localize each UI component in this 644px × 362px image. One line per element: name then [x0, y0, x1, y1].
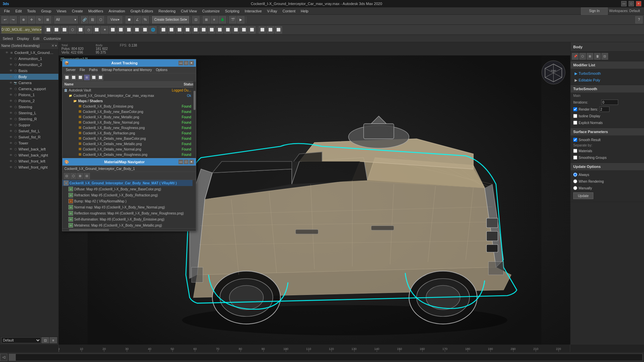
sel-customize[interactable]: Customize	[44, 37, 61, 41]
layer-btn1[interactable]: ⊡	[42, 337, 49, 343]
tb2-btn3[interactable]: ⬜	[61, 26, 68, 34]
material-navigator-titlebar[interactable]: 🎨 Material/Map Navigator — □ ✕	[62, 158, 196, 166]
at-menu-options[interactable]: Options	[154, 68, 169, 72]
layer-btn2[interactable]: ≡	[50, 337, 57, 343]
scene-item-cockerill-i-x-ground-interceptor---[interactable]: 👁⊞Cockerill_I-X_Ground_Interceptor...	[0, 50, 58, 56]
menu-modifiers[interactable]: Modifiers	[86, 8, 106, 14]
tb2-btn1[interactable]: ⬜	[45, 26, 52, 34]
menu-tools[interactable]: Tools	[24, 8, 39, 14]
asset-tracking-titlebar[interactable]: 📦 Asset Tracking — □ ✕	[62, 59, 196, 67]
scene-item-wheel-back-right[interactable]: 👁⬡Wheel_back_right	[0, 152, 58, 158]
move-btn[interactable]: ✛	[28, 16, 35, 23]
asset-item[interactable]: 🖼Cockerill_I-X_Body_Refraction.pngFound	[62, 130, 193, 136]
asset-item[interactable]: 📂Maps / Shaders	[62, 98, 193, 104]
when-rendering-radio[interactable]	[573, 179, 577, 183]
scene-item-ammunition-2[interactable]: 👁⬡Ammunition_2	[0, 62, 58, 68]
render-iters-checkbox[interactable]	[573, 107, 577, 111]
scene-item-visibility[interactable]: 👁	[9, 123, 12, 127]
scene-item-visibility[interactable]: 👁	[9, 117, 12, 121]
scene-item-visibility[interactable]: 👁	[9, 81, 12, 84]
asset-item[interactable]: 🖼Cockerill_I-X_Body_New_Normal.pngFound	[62, 120, 193, 125]
layer-dropdown[interactable]: All ▾	[54, 16, 78, 23]
at-tb-btn2[interactable]: ⬜	[70, 74, 76, 80]
menu-rendering[interactable]: Rendering	[156, 8, 178, 14]
tb2-btn23[interactable]: ⬜	[224, 26, 231, 34]
mat-item[interactable]: MReflection roughness: Map #4 (Cockerill…	[62, 210, 193, 216]
scene-item-wheel-back-left[interactable]: 👁⬡Wheel_back_left	[0, 146, 58, 152]
scene-filter-icon[interactable]: ✕	[51, 44, 54, 48]
scale-btn[interactable]: ⊠	[44, 16, 51, 23]
scene-item-wheel-front-right[interactable]: 👁⬡Wheel_front_right	[0, 164, 58, 170]
modifier-list-header[interactable]: Modifier List	[571, 61, 644, 69]
d3d-mode-btn[interactable]: D:\3D_MOLIE...ary_Vehic ▾	[1, 26, 42, 34]
tb2-btn19[interactable]: ⬜	[192, 26, 199, 34]
tb2-btn8[interactable]: ☀	[101, 26, 108, 34]
scene-item-body[interactable]: 👁⬡Body	[0, 74, 58, 80]
menu-customize[interactable]: Customize	[200, 8, 222, 14]
asset-item[interactable]: 🖼Cockerill_I-X_Details_new_Roughness.png…	[62, 152, 193, 157]
link-btn[interactable]: 🔗	[81, 16, 88, 23]
scene-sort-icon[interactable]: ▾	[55, 44, 57, 48]
scene-item-swivel-fist-l[interactable]: 👁⬡Swivel_fist_L	[0, 128, 58, 134]
tb2-btn24[interactable]: ⬜	[232, 26, 239, 34]
tb2-btn29[interactable]: ⬜	[275, 26, 282, 34]
scene-item-camera[interactable]: 👁📷Camera	[0, 80, 58, 86]
surface-parameters-header[interactable]: Surface Parameters	[571, 128, 644, 135]
mod-icon-uvw[interactable]: ⊞	[587, 53, 593, 60]
menu-help[interactable]: Help	[298, 8, 311, 14]
render-setup-btn[interactable]: 🎬	[229, 16, 236, 23]
at-menu-file[interactable]: File	[77, 68, 87, 72]
tb2-btn21[interactable]: ⬜	[208, 26, 215, 34]
asset-item[interactable]: 🖼Cockerill_I-X_Body_new_BaseColor.pngFou…	[62, 109, 193, 114]
align-btn[interactable]: ⊞	[203, 16, 210, 23]
update-options-header[interactable]: Update Options	[571, 163, 644, 170]
asset-list[interactable]: 🏦Autodesk VaultLogged Ou...📁Cockerill_I-…	[62, 87, 196, 161]
explicit-normals-checkbox[interactable]	[573, 121, 577, 125]
rotate-btn[interactable]: ↻	[36, 16, 43, 23]
sel-display[interactable]: Display	[17, 37, 29, 41]
menu-scripting[interactable]: Scripting	[222, 8, 242, 14]
tb2-btn14[interactable]: 🌐	[149, 26, 157, 34]
scene-item-visibility[interactable]: 👁	[9, 99, 12, 103]
tb2-btn5[interactable]: ⬜	[77, 26, 84, 34]
menu-interactive[interactable]: Interactive	[242, 8, 265, 14]
scene-item-visibility[interactable]: 👁	[9, 57, 12, 60]
tb2-btn28[interactable]: ⬜	[267, 26, 274, 34]
at-tb-btn4[interactable]: ⊞	[84, 74, 90, 80]
named-sel-btn[interactable]: ⊡	[192, 16, 200, 23]
tb2-btn13[interactable]: ⬜	[141, 26, 149, 34]
tb2-btn22[interactable]: ⬜	[216, 26, 223, 34]
create-selection-btn[interactable]: Create Selection Set ▾	[152, 16, 189, 23]
scene-item-wheel-front-left[interactable]: 👁⬡Wheel_front_left	[0, 158, 58, 164]
scene-item-visibility[interactable]: 👁	[9, 93, 12, 97]
scene-item-pistons-2[interactable]: 👁⬡Pistons_2	[0, 98, 58, 104]
always-radio[interactable]	[573, 173, 577, 177]
iterations-input[interactable]	[601, 100, 618, 105]
at-menu-bitmap[interactable]: Bitmap Performance and Memory	[100, 68, 154, 72]
mat-item[interactable]: MNormal map: Map #3 (Cockerill_I-X_Body_…	[62, 204, 193, 210]
scene-item-basis[interactable]: 👁⬡Basis	[0, 68, 58, 74]
tb2-btn12[interactable]: ⬜	[133, 26, 141, 34]
manually-radio[interactable]	[573, 186, 577, 190]
scene-item-ammunition-1[interactable]: 👁⬡Ammunition_1	[0, 56, 58, 62]
scene-item-tower[interactable]: 👁⬡Tower	[0, 140, 58, 146]
tb2-btn7[interactable]: ⬜	[93, 26, 100, 34]
asset-tracking-minimize[interactable]: —	[178, 61, 183, 65]
scene-item-visibility[interactable]: 👁	[9, 129, 12, 133]
scene-item-visibility[interactable]: 👁	[9, 166, 12, 169]
mat-nav-close[interactable]: ✕	[189, 160, 194, 164]
menu-file[interactable]: File	[1, 8, 13, 14]
scene-item-visibility[interactable]: 👁	[9, 141, 12, 145]
tb2-btn11[interactable]: ⬜	[125, 26, 132, 34]
timeline-track[interactable]	[9, 354, 643, 361]
scene-item-visibility[interactable]: 👁	[9, 75, 12, 78]
mat-nav-maximize[interactable]: □	[184, 160, 189, 164]
tb2-btn17[interactable]: ⬜	[176, 26, 183, 34]
scene-item-visibility[interactable]: 👁	[9, 63, 12, 66]
sel-select[interactable]: Select	[3, 37, 13, 41]
mn-tb-btn2[interactable]: ⬡	[70, 173, 76, 179]
scene-item-visibility[interactable]: 👁	[9, 154, 12, 157]
angle-snap-btn[interactable]: ∠	[133, 16, 141, 23]
scene-item-visibility[interactable]: 👁	[9, 160, 12, 163]
menu-animation[interactable]: Animation	[106, 8, 128, 14]
